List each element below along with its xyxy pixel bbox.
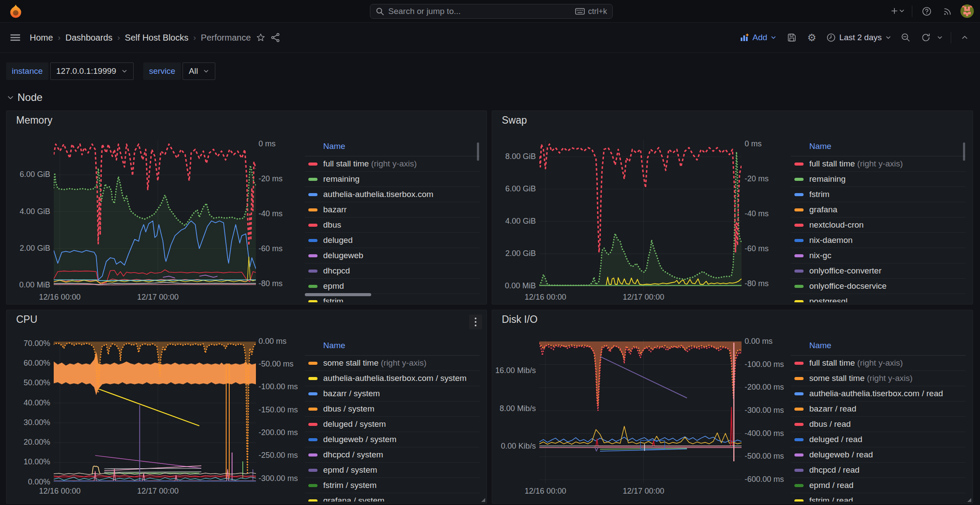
legend-row[interactable]: authelia-authelia.tiserbox.com / read bbox=[791, 386, 966, 401]
legend-row[interactable]: postgresql bbox=[791, 294, 966, 302]
breadcrumb-dashboards[interactable]: Dashboards bbox=[66, 33, 113, 43]
legend-series-swatch bbox=[308, 300, 317, 303]
legend-row[interactable]: bazarr / read bbox=[791, 401, 966, 417]
collapse-toolbar-button[interactable] bbox=[956, 30, 973, 45]
legend-row[interactable]: grafana bbox=[791, 202, 966, 218]
menu-toggle-button[interactable] bbox=[7, 30, 24, 45]
search-icon bbox=[376, 7, 384, 16]
legend-row[interactable]: dbus / read bbox=[791, 417, 966, 432]
chart-plot-area[interactable] bbox=[539, 339, 741, 483]
y-axis-tick-label: -100.00 ms bbox=[745, 360, 784, 369]
row-node[interactable]: Node bbox=[7, 91, 980, 104]
y-axis-tick-label: 2.00 GiB bbox=[20, 244, 50, 253]
refresh-button[interactable] bbox=[918, 30, 934, 45]
panel-resize-handle[interactable] bbox=[967, 498, 971, 502]
time-range-picker[interactable]: Last 2 days bbox=[824, 33, 894, 42]
chart-plot-area[interactable] bbox=[539, 140, 741, 289]
legend-row[interactable]: deluged / read bbox=[791, 432, 966, 447]
add-button[interactable]: Add bbox=[736, 33, 780, 42]
chart-canvas[interactable] bbox=[54, 339, 256, 483]
legend-row[interactable]: dbus bbox=[305, 218, 480, 233]
legend-row[interactable]: dhcpcd / system bbox=[305, 447, 480, 463]
grafana-logo[interactable] bbox=[8, 3, 24, 19]
legend-row[interactable]: authelia-authelia.tiserbox.com bbox=[305, 187, 480, 202]
x-axis-tick-label: 12/17 00:00 bbox=[127, 487, 188, 496]
legend-row[interactable]: deluged / system bbox=[305, 417, 480, 432]
legend-header-name[interactable]: Name bbox=[305, 341, 480, 356]
chart-plot-area[interactable] bbox=[54, 339, 255, 483]
legend-row[interactable]: epmd / system bbox=[305, 463, 480, 478]
legend-row[interactable]: delugeweb bbox=[305, 248, 480, 263]
save-dashboard-button[interactable] bbox=[783, 30, 800, 45]
chart-canvas[interactable] bbox=[539, 140, 742, 291]
legend-series-swatch bbox=[794, 392, 804, 395]
panel-title[interactable]: CPU bbox=[14, 314, 480, 327]
legend-row[interactable]: authelia-authelia.tiserbox.com / system bbox=[305, 371, 480, 386]
legend-row[interactable]: some stall time (right y-axis) bbox=[791, 371, 966, 386]
legend-scrollbar-thumb[interactable] bbox=[963, 142, 965, 161]
favorite-button[interactable] bbox=[252, 30, 269, 45]
legend-scrollbar-thumb[interactable] bbox=[477, 142, 479, 161]
legend-horizontal-scrollbar-thumb[interactable] bbox=[305, 293, 371, 296]
news-button[interactable] bbox=[939, 4, 956, 19]
legend-row[interactable]: nix-daemon bbox=[791, 233, 966, 248]
legend-row[interactable]: delugeweb / system bbox=[305, 432, 480, 447]
help-button[interactable] bbox=[918, 4, 935, 19]
legend-series-label: epmd / system bbox=[323, 465, 377, 475]
legend-row[interactable]: full stall time (right y-axis) bbox=[791, 356, 966, 371]
panel-title[interactable]: Memory bbox=[14, 114, 480, 128]
legend-header-name[interactable]: Name bbox=[305, 142, 480, 156]
legend-row[interactable]: some stall time (right y-axis) bbox=[305, 356, 480, 371]
user-avatar[interactable] bbox=[960, 4, 974, 18]
legend-row[interactable]: onlyoffice-docservice bbox=[791, 279, 966, 294]
legend-row[interactable]: full stall time (right y-axis) bbox=[791, 156, 966, 172]
legend-row[interactable]: fstrim / system bbox=[305, 478, 480, 493]
legend-row[interactable]: nix-gc bbox=[791, 248, 966, 263]
legend-series-swatch bbox=[308, 484, 317, 487]
share-button[interactable] bbox=[267, 30, 284, 45]
legend-row[interactable]: fstrim bbox=[791, 187, 966, 202]
breadcrumb-folder[interactable]: Self Host Blocks bbox=[125, 33, 189, 43]
legend-row[interactable]: epmd bbox=[305, 279, 480, 294]
legend-header-name[interactable]: Name bbox=[791, 341, 966, 356]
legend-row[interactable]: bazarr bbox=[305, 202, 480, 218]
chart-canvas[interactable] bbox=[54, 140, 256, 291]
legend-row[interactable]: onlyoffice-converter bbox=[791, 263, 966, 279]
legend-row[interactable]: delugeweb / read bbox=[791, 447, 966, 463]
new-dropdown-button[interactable] bbox=[889, 4, 906, 19]
search-input[interactable]: Search or jump to... ctrl+k bbox=[370, 4, 613, 19]
legend-row[interactable]: full stall time (right y-axis) bbox=[305, 156, 480, 172]
legend-series-label: dhcpcd / system bbox=[323, 450, 383, 460]
legend-row[interactable]: bazarr / system bbox=[305, 386, 480, 401]
panel-resize-handle[interactable] bbox=[481, 498, 485, 502]
legend-row[interactable]: grafana / system bbox=[305, 493, 480, 502]
breadcrumb-home[interactable]: Home bbox=[30, 33, 53, 43]
legend-series-swatch bbox=[794, 362, 804, 365]
legend-header-name[interactable]: Name bbox=[791, 142, 966, 156]
chart-canvas[interactable] bbox=[539, 339, 742, 483]
y-axis-tick-label: -60 ms bbox=[745, 244, 769, 253]
legend-row[interactable]: remaining bbox=[305, 172, 480, 187]
chart-plot-area[interactable] bbox=[54, 140, 255, 289]
legend-row[interactable]: dhcpcd bbox=[305, 263, 480, 279]
refresh-interval-dropdown[interactable] bbox=[934, 30, 945, 45]
y-axis-tick-label: -100.00 ms bbox=[259, 382, 298, 391]
variable-instance-select[interactable]: 127.0.0.1:19999 bbox=[50, 62, 134, 80]
panel-title[interactable]: Swap bbox=[499, 114, 966, 128]
legend-row[interactable]: deluged bbox=[305, 233, 480, 248]
legend-row[interactable]: nextcloud-cron bbox=[791, 218, 966, 233]
legend-row[interactable]: dhcpcd / read bbox=[791, 463, 966, 478]
legend-row[interactable]: remaining bbox=[791, 172, 966, 187]
legend-series-label: authelia-authelia.tiserbox.com bbox=[323, 190, 433, 199]
legend-series-swatch bbox=[794, 469, 804, 472]
panel-title[interactable]: Disk I/O bbox=[499, 314, 966, 327]
legend-series-swatch bbox=[794, 224, 804, 227]
dashboard-settings-button[interactable]: ⚙ bbox=[804, 30, 820, 45]
variable-service-select[interactable]: All bbox=[183, 62, 215, 80]
legend-row[interactable]: dbus / system bbox=[305, 401, 480, 417]
zoom-out-button[interactable] bbox=[897, 30, 914, 45]
legend-row[interactable]: epmd / read bbox=[791, 478, 966, 493]
panel-menu-button[interactable] bbox=[469, 315, 482, 329]
legend-series-label: full stall time (right y-axis) bbox=[809, 358, 903, 368]
legend-row[interactable]: fstrim / read bbox=[791, 493, 966, 502]
